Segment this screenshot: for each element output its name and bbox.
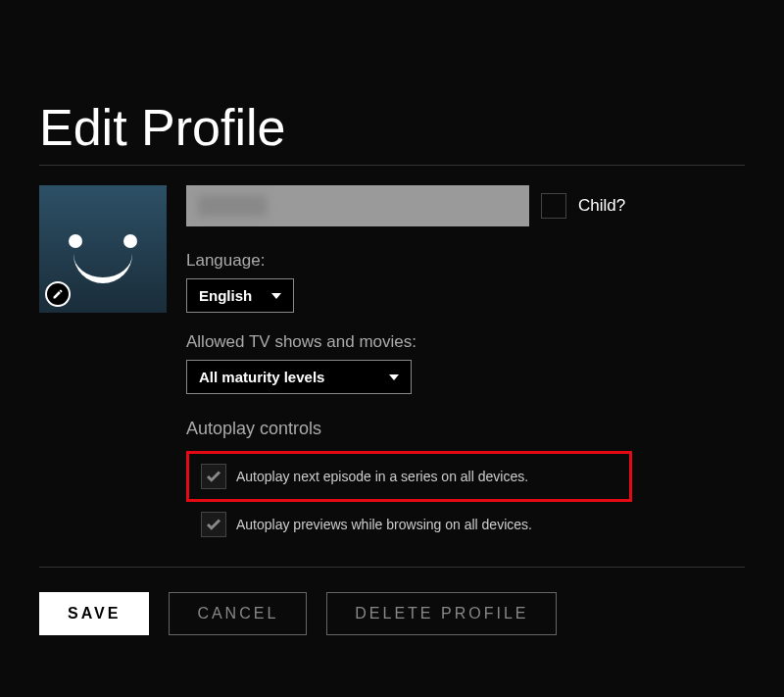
profile-name-input[interactable]: [186, 185, 529, 226]
language-value: English: [199, 287, 252, 304]
save-button[interactable]: SAVE: [39, 592, 149, 635]
delete-profile-button[interactable]: DELETE PROFILE: [326, 592, 557, 635]
autoplay-highlight: Autoplay next episode in a series on all…: [186, 451, 632, 502]
checkmark-icon: [205, 516, 222, 533]
page-title: Edit Profile: [39, 98, 745, 157]
divider-top: [39, 165, 745, 166]
autoplay-title: Autoplay controls: [186, 419, 745, 439]
autoplay-next-checkbox[interactable]: [201, 464, 226, 489]
maturity-label: Allowed TV shows and movies:: [186, 332, 745, 352]
checkmark-icon: [205, 468, 222, 485]
chevron-down-icon: [389, 374, 399, 380]
child-label: Child?: [578, 196, 625, 216]
edit-avatar-button[interactable]: [45, 281, 71, 307]
language-label: Language:: [186, 251, 745, 271]
autoplay-previews-checkbox[interactable]: [201, 512, 226, 537]
avatar[interactable]: [39, 185, 167, 313]
language-select[interactable]: English: [186, 278, 294, 313]
divider-bottom: [39, 567, 745, 568]
cancel-button[interactable]: CANCEL: [169, 592, 307, 635]
chevron-down-icon: [271, 293, 281, 299]
child-checkbox[interactable]: [541, 193, 566, 219]
maturity-value: All maturity levels: [199, 369, 324, 385]
autoplay-next-label: Autoplay next episode in a series on all…: [236, 469, 528, 484]
pencil-icon: [52, 288, 64, 300]
maturity-select[interactable]: All maturity levels: [186, 360, 412, 394]
autoplay-previews-label: Autoplay previews while browsing on all …: [236, 517, 532, 532]
